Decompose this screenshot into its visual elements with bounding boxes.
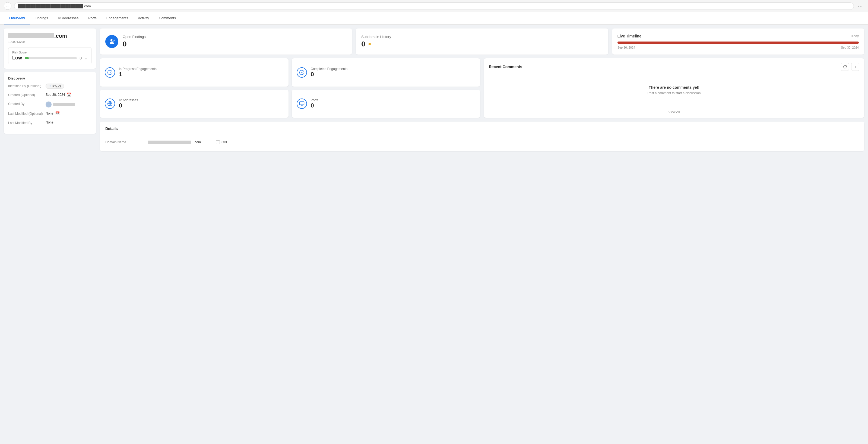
page-content: .com 1000043709 Risk Score Low 0 ⌄ Disco…: [0, 25, 868, 442]
completed-engagements-card: Completed Engagements 0: [292, 58, 480, 87]
main-content: Open Findings 0 Subdomain History 0 ↓0 L…: [100, 29, 864, 438]
subdomain-value: 0 ↓0: [361, 40, 391, 48]
created-by-value: [45, 101, 75, 107]
risk-score-row: Low 0 ⌄: [12, 55, 88, 61]
created-by-name-blurred: [53, 103, 75, 106]
risk-number: 0: [80, 56, 82, 60]
comments-header: Recent Comments +: [484, 58, 864, 74]
domain-title: .com: [8, 33, 92, 39]
top-stats-row: Open Findings 0 Subdomain History 0 ↓0 L…: [100, 29, 864, 55]
domain-id: 1000043709: [8, 40, 92, 43]
created-value: Sep 30, 2024 📅: [45, 93, 71, 97]
details-title: Details: [105, 126, 859, 134]
ports-card: Ports 0: [292, 90, 480, 118]
no-comments-title: There are no comments yet!: [649, 85, 700, 90]
comments-title: Recent Comments: [489, 65, 522, 69]
created-by-label: Created By: [8, 101, 43, 107]
view-all-link[interactable]: View All: [669, 110, 680, 114]
tab-ports[interactable]: Ports: [83, 12, 101, 25]
tab-engagements[interactable]: Engagements: [101, 12, 133, 25]
details-domain-row: Domain Name .com CDE: [105, 138, 859, 146]
risk-score-label: Risk Score: [12, 51, 88, 54]
ptaas-badge: ☉ PTaaS: [45, 84, 64, 89]
subdomain-change: ↓0: [368, 42, 371, 46]
subdomain-info: Subdomain History 0 ↓0: [361, 35, 391, 48]
timeline-bar: [618, 41, 859, 44]
risk-score-section: Risk Score Low 0 ⌄: [8, 47, 92, 64]
back-button[interactable]: ←: [4, 2, 11, 10]
sidebar-card-domain: .com 1000043709 Risk Score Low 0 ⌄: [4, 29, 96, 69]
cde-label: CDE: [221, 140, 228, 144]
risk-score-level: Low: [12, 55, 22, 61]
more-options-button[interactable]: ···: [857, 2, 864, 10]
tab-ip-addresses[interactable]: IP Addresses: [53, 12, 83, 25]
tab-overview[interactable]: Overview: [4, 12, 30, 25]
timeline-dates: Sep 30, 2024 Sep 30, 2024: [618, 46, 859, 49]
browser-bar: ← ██████████████████████████.com ···: [0, 0, 868, 12]
last-modified-text: None: [45, 112, 54, 115]
identified-by-value: ☉ PTaaS: [45, 84, 64, 89]
tab-activity[interactable]: Activity: [133, 12, 154, 25]
subdomain-label: Subdomain History: [361, 35, 391, 39]
tab-comments[interactable]: Comments: [154, 12, 181, 25]
discovery-title: Discovery: [8, 76, 92, 80]
comments-add-button[interactable]: +: [851, 63, 859, 71]
timeline-start-date: Sep 30, 2024: [618, 46, 635, 49]
ip-addresses-card: IP Addresses 0: [100, 90, 288, 118]
ports-label: Ports: [311, 98, 318, 102]
identified-by-label: Identified By (Optional): [8, 84, 43, 89]
sidebar-card-discovery: Discovery Identified By (Optional) ☉ PTa…: [4, 72, 96, 134]
comments-card: Recent Comments + There are no comments …: [484, 58, 864, 118]
ip-addresses-value: 0: [119, 102, 138, 109]
in-progress-engagements-card: In Progress Engagements 1: [100, 58, 288, 87]
ptaas-shield-icon: ☉: [49, 85, 51, 88]
risk-chevron-icon[interactable]: ⌄: [85, 56, 88, 60]
comments-footer: View All: [484, 106, 864, 118]
domain-blurred: [8, 33, 54, 38]
created-calendar-icon[interactable]: 📅: [66, 93, 71, 97]
created-label: Created (Optional): [8, 93, 43, 98]
last-modified-label: Last Modified (Optional): [8, 111, 43, 117]
last-modified-row: Last Modified (Optional) None 📅: [8, 111, 92, 117]
sidebar: .com 1000043709 Risk Score Low 0 ⌄ Disco…: [4, 29, 96, 438]
timeline-end-date: Sep 30, 2024: [841, 46, 859, 49]
ports-icon: [297, 98, 307, 109]
created-date: Sep 30, 2024: [45, 93, 65, 97]
open-findings-card: Open Findings 0: [100, 29, 352, 55]
details-section: Details Domain Name .com CDE: [100, 122, 864, 151]
middle-row: In Progress Engagements 1 Completed Enga…: [100, 58, 864, 118]
comments-body: There are no comments yet! Post a commen…: [484, 74, 864, 106]
domain-name-blurred: [148, 140, 191, 144]
risk-bar: [25, 57, 77, 59]
cde-checkbox-input[interactable]: [216, 140, 220, 144]
last-modified-by-label: Last Modified By: [8, 121, 43, 126]
risk-bar-fill: [25, 57, 29, 59]
in-progress-icon: [105, 67, 115, 77]
last-modified-by-value: None: [45, 121, 54, 124]
svg-rect-4: [299, 102, 304, 105]
created-by-row: Created By: [8, 101, 92, 107]
last-modified-by-row: Last Modified By None: [8, 121, 92, 126]
details-domain-value: .com: [148, 140, 201, 144]
comments-refresh-button[interactable]: [841, 63, 849, 71]
identified-by-row: Identified By (Optional) ☉ PTaaS: [8, 84, 92, 89]
open-findings-info: Open Findings 0: [123, 35, 146, 48]
open-findings-icon: [105, 35, 118, 48]
details-domain-label: Domain Name: [105, 140, 143, 144]
nav-tabs: Overview Findings IP Addresses Ports Eng…: [0, 12, 868, 25]
open-findings-label: Open Findings: [123, 35, 146, 39]
tab-findings[interactable]: Findings: [30, 12, 53, 25]
open-findings-value: 0: [123, 40, 146, 48]
in-progress-label: In Progress Engagements: [119, 67, 157, 71]
completed-icon: [297, 67, 307, 77]
engagement-grid: In Progress Engagements 1 Completed Enga…: [100, 58, 480, 118]
completed-label: Completed Engagements: [311, 67, 347, 71]
completed-value: 0: [311, 71, 347, 78]
timeline-title: Live Timeline: [618, 34, 641, 38]
ip-addresses-label: IP Addresses: [119, 98, 138, 102]
subdomain-history-card: Subdomain History 0 ↓0: [356, 29, 608, 55]
url-bar[interactable]: ██████████████████████████.com: [14, 2, 854, 10]
avatar: [45, 101, 52, 107]
ports-value: 0: [311, 102, 318, 109]
last-modified-calendar-icon[interactable]: 📅: [55, 111, 60, 116]
